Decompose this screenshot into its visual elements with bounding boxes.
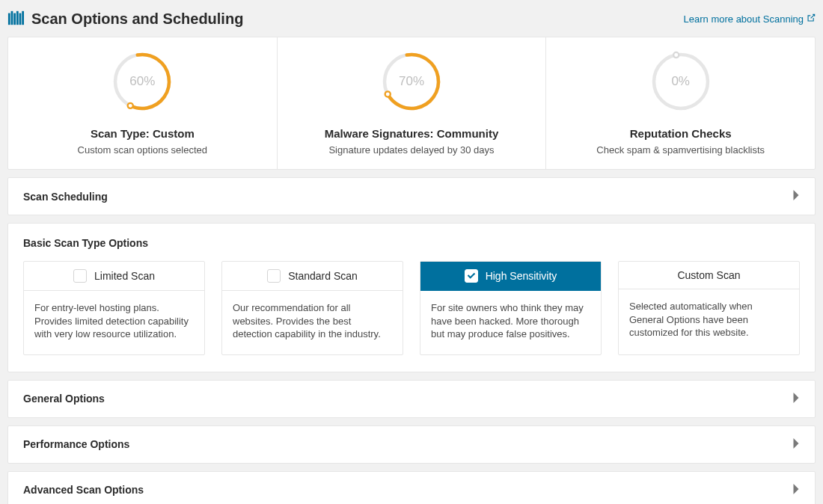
general-options-section: General Options <box>7 380 816 418</box>
scan-type-option-header[interactable]: Standard Scan <box>222 262 403 291</box>
svg-rect-0 <box>8 13 10 25</box>
page-title: Scan Options and Scheduling <box>31 10 243 28</box>
performance-options-section: Performance Options <box>7 425 816 464</box>
scan-type-option-description: Selected automatically when General Opti… <box>619 289 799 353</box>
scan-type-option[interactable]: Custom ScanSelected automatically when G… <box>618 261 800 355</box>
shield-logo-icon <box>7 10 24 28</box>
donut-subtitle: Signature updates delayed by 30 days <box>328 144 494 156</box>
external-link-icon <box>807 13 816 25</box>
performance-options-label: Performance Options <box>23 438 129 450</box>
scan-scheduling-label: Scan Scheduling <box>23 191 108 203</box>
advanced-scan-options-label: Advanced Scan Options <box>23 484 144 496</box>
learn-more-link[interactable]: Learn more about Scanning <box>684 13 816 25</box>
scan-type-option-label: Standard Scan <box>288 270 358 282</box>
scan-type-option[interactable]: High SensitivityFor site owners who thin… <box>420 261 602 355</box>
donut-percentage-label: 0% <box>647 48 715 115</box>
scan-type-option-description: For site owners who think they may have … <box>420 291 601 354</box>
scan-type-option[interactable]: Limited ScanFor entry-level hosting plan… <box>23 261 205 355</box>
scan-type-option-description: Our recommendation for all websites. Pro… <box>222 291 403 354</box>
general-options-label: General Options <box>23 393 105 405</box>
chevron-right-icon <box>792 190 800 203</box>
page-header: Scan Options and Scheduling Learn more a… <box>7 7 816 37</box>
svg-rect-2 <box>13 13 16 25</box>
performance-options-toggle[interactable]: Performance Options <box>8 426 815 463</box>
learn-more-label: Learn more about Scanning <box>684 13 804 25</box>
chevron-right-icon <box>792 484 800 497</box>
scan-type-option-header[interactable]: High Sensitivity <box>420 262 601 291</box>
svg-rect-1 <box>11 11 13 25</box>
checkbox-checked-icon[interactable] <box>465 269 478 283</box>
donut-percentage-label: 60% <box>108 48 176 115</box>
status-donut-card[interactable]: 60%Scan Type: CustomCustom scan options … <box>8 37 278 169</box>
status-donut-card[interactable]: 70%Malware Signatures: CommunitySignatur… <box>278 37 547 169</box>
advanced-scan-options-section: Advanced Scan Options <box>7 471 816 504</box>
scan-type-option-label: High Sensitivity <box>486 270 557 282</box>
scan-type-option-header[interactable]: Limited Scan <box>24 262 204 291</box>
scan-type-option[interactable]: Standard ScanOur recommendation for all … <box>221 261 403 355</box>
scan-scheduling-toggle[interactable]: Scan Scheduling <box>8 178 815 215</box>
scan-type-option-label: Custom Scan <box>677 269 740 281</box>
chevron-right-icon <box>792 438 800 451</box>
donut-gauge: 60% <box>108 48 176 115</box>
donut-gauge: 70% <box>378 48 445 115</box>
donut-subtitle: Custom scan options selected <box>78 144 207 156</box>
svg-rect-4 <box>19 13 22 25</box>
status-donut-card[interactable]: 0%Reputation ChecksCheck spam & spamvert… <box>546 37 815 169</box>
general-options-toggle[interactable]: General Options <box>8 381 815 417</box>
donut-title: Reputation Checks <box>630 127 732 140</box>
scan-type-option-label: Limited Scan <box>94 270 155 282</box>
scan-scheduling-section: Scan Scheduling <box>7 177 816 215</box>
donut-gauge: 0% <box>647 48 715 115</box>
scan-type-option-description: For entry-level hosting plans. Provides … <box>24 291 204 354</box>
svg-rect-5 <box>22 11 24 25</box>
donut-subtitle: Check spam & spamvertising blacklists <box>596 144 765 156</box>
donut-title: Malware Signatures: Community <box>325 127 499 140</box>
donut-percentage-label: 70% <box>378 48 445 115</box>
status-summary-row: 60%Scan Type: CustomCustom scan options … <box>7 37 816 170</box>
scan-type-options-grid: Limited ScanFor entry-level hosting plan… <box>23 261 800 355</box>
checkbox-unchecked-icon[interactable] <box>267 269 281 283</box>
scan-type-option-header[interactable]: Custom Scan <box>619 262 799 289</box>
svg-rect-3 <box>16 11 19 25</box>
donut-title: Scan Type: Custom <box>91 127 195 140</box>
checkbox-unchecked-icon[interactable] <box>73 269 87 283</box>
basic-scan-type-title: Basic Scan Type Options <box>23 237 800 249</box>
basic-scan-type-section: Basic Scan Type Options Limited ScanFor … <box>7 223 816 372</box>
advanced-scan-options-toggle[interactable]: Advanced Scan Options <box>8 472 815 504</box>
chevron-right-icon <box>792 393 800 405</box>
